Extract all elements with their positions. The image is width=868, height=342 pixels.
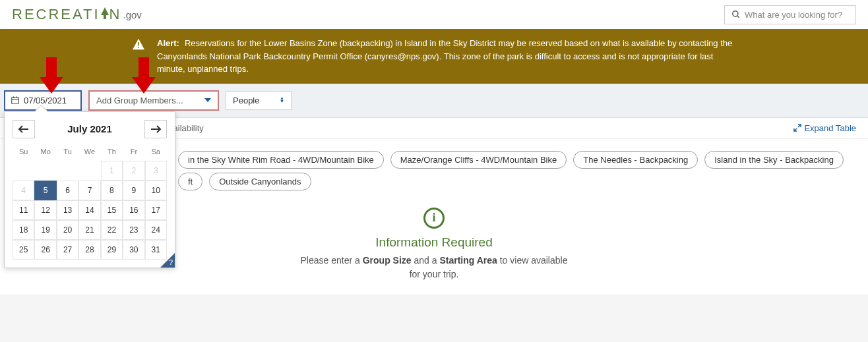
logo-gov: .gov (123, 9, 142, 20)
calendar-day[interactable]: 17 (145, 200, 167, 220)
calendar-day[interactable]: 18 (13, 220, 34, 240)
filter-tag[interactable]: Island in the Sky - Backpacking (704, 151, 844, 169)
calendar-dow: Su (13, 145, 34, 161)
help-icon: ? (169, 258, 173, 266)
filter-tag[interactable]: in the Sky White Rim Road - 4WD/Mountain… (178, 151, 384, 169)
sort-icon: ▲▼ (280, 97, 284, 103)
calendar-day[interactable]: 16 (123, 200, 144, 220)
calendar-icon (11, 96, 20, 105)
svg-rect-5 (138, 47, 139, 48)
calendar-day[interactable]: 6 (57, 181, 78, 200)
filter-controls: 07/05/2021 Add Group Members... People ▲… (0, 84, 868, 118)
filter-tag[interactable]: Outside Canyonlands (209, 173, 311, 190)
calendar-day[interactable]: 2 (123, 161, 144, 181)
calendar-day[interactable]: 14 (78, 200, 100, 220)
expand-table-link[interactable]: Expand Table (793, 123, 856, 133)
calendar-month-title: July 2021 (67, 123, 112, 134)
date-value: 07/05/2021 (24, 96, 67, 105)
calendar-grid: SuMoTuWeThFrSa12345678910111213141516171… (13, 145, 167, 260)
svg-point-1 (733, 11, 738, 16)
calendar-day[interactable]: 9 (123, 181, 144, 200)
calendar-day[interactable]: 19 (34, 220, 56, 240)
search-input[interactable]: What are you looking for? (724, 5, 856, 24)
calendar-day[interactable]: 7 (78, 181, 100, 200)
info-icon: i (423, 208, 445, 229)
calendar-day (34, 161, 56, 181)
svg-rect-4 (138, 42, 139, 46)
calendar-day[interactable]: 27 (57, 240, 78, 260)
calendar-header: July 2021 (13, 120, 167, 138)
filter-tag[interactable]: Maze/Orange Cliffs - 4WD/Mountain Bike (390, 151, 567, 169)
logo-text-1: RECREATI (12, 6, 100, 23)
search-placeholder: What are you looking for? (745, 10, 842, 20)
calendar-day[interactable]: 3 (145, 161, 167, 181)
svg-marker-7 (40, 77, 63, 94)
calendar-day[interactable]: 24 (145, 220, 167, 240)
calendar-day[interactable]: 23 (123, 220, 144, 240)
svg-marker-9 (132, 77, 156, 94)
calendar-popup: July 2021 SuMoTuWeThFrSa1234567891011121… (4, 111, 175, 268)
calendar-prev-button[interactable] (13, 120, 35, 138)
calendar-dow: Th (101, 145, 123, 161)
svg-marker-14 (204, 98, 211, 102)
calendar-day[interactable]: 12 (34, 200, 56, 220)
arrow-left-icon (18, 125, 30, 133)
calendar-day[interactable]: 10 (145, 181, 167, 200)
expand-icon (793, 124, 801, 132)
calendar-dow: Mo (34, 145, 56, 161)
calendar-day (13, 161, 34, 181)
calendar-day[interactable]: 11 (13, 200, 34, 220)
site-header: RECREATI N .gov What are you looking for… (0, 0, 868, 29)
site-logo[interactable]: RECREATI N .gov (12, 6, 142, 23)
calendar-day[interactable]: 1 (101, 161, 123, 181)
calendar-dow: Sa (145, 145, 167, 161)
calendar-day[interactable]: 22 (101, 220, 123, 240)
alert-message: Reservations for the Lower Basins Zone (… (157, 38, 732, 74)
calendar-day[interactable]: 8 (101, 181, 123, 200)
calendar-day[interactable]: 13 (57, 200, 78, 220)
annotation-arrow-2 (132, 57, 156, 94)
calendar-dow: We (78, 145, 100, 161)
warning-icon (132, 38, 145, 50)
calendar-day[interactable]: 25 (13, 240, 34, 260)
calendar-help-corner[interactable]: ? (160, 253, 175, 268)
search-icon (731, 10, 741, 19)
calendar-day[interactable]: 20 (57, 220, 78, 240)
calendar-day (57, 161, 78, 181)
tree-icon (100, 7, 109, 22)
people-label: People (233, 96, 259, 105)
calendar-day[interactable]: 5 (34, 181, 56, 200)
group-placeholder: Add Group Members... (96, 96, 183, 105)
expand-label: Expand Table (804, 123, 856, 133)
calendar-day[interactable]: 21 (78, 220, 100, 240)
calendar-dow: Fr (123, 145, 144, 161)
calendar-next-button[interactable] (144, 120, 167, 138)
people-select[interactable]: People ▲▼ (226, 91, 292, 110)
alert-content: Alert:Reservations for the Lower Basins … (157, 37, 736, 76)
svg-rect-8 (139, 57, 149, 78)
annotation-arrow-1 (40, 57, 63, 94)
alert-label: Alert: (157, 38, 179, 48)
calendar-day[interactable]: 4 (13, 181, 34, 200)
calendar-day[interactable]: 30 (123, 240, 144, 260)
filter-tag[interactable]: The Needles - Backpacking (573, 151, 698, 169)
chevron-down-icon (204, 98, 211, 102)
calendar-day[interactable]: 28 (78, 240, 100, 260)
calendar-dow: Tu (57, 145, 78, 161)
calendar-day (78, 161, 100, 181)
svg-rect-10 (12, 98, 19, 103)
calendar-day[interactable]: 29 (101, 240, 123, 260)
filter-tag[interactable]: ft (178, 173, 202, 190)
svg-line-2 (737, 16, 739, 18)
svg-marker-0 (101, 7, 109, 19)
arrow-right-icon (150, 125, 162, 133)
calendar-day[interactable]: 15 (101, 200, 123, 220)
calendar-day[interactable]: 26 (34, 240, 56, 260)
alert-banner: Alert:Reservations for the Lower Basins … (0, 29, 868, 84)
logo-text-2: N (109, 6, 122, 23)
svg-rect-6 (46, 57, 57, 78)
